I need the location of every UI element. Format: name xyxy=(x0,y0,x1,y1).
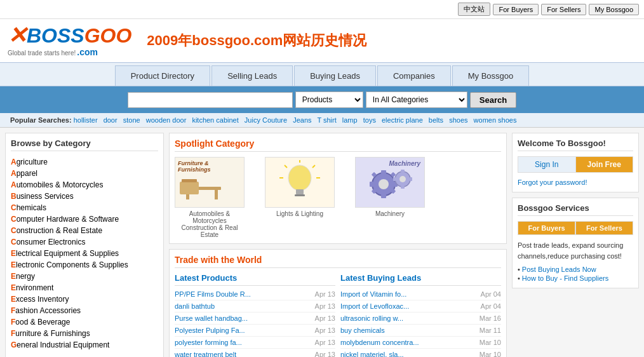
search-input[interactable] xyxy=(128,92,293,108)
buying-lead-1[interactable]: Import of Levofloxac... Apr 04 xyxy=(340,300,501,313)
svg-rect-2 xyxy=(215,190,218,199)
spotlight-items: Furniture &Furnishings Automobiles xyxy=(175,157,501,238)
search-term-juicy-couture[interactable]: Juicy Couture xyxy=(245,116,287,124)
search-term-belts[interactable]: belts xyxy=(429,116,443,124)
auth-tabs: Sign In Join Free xyxy=(518,156,633,173)
all-categories-select[interactable]: In All Categories Agriculture Apparel xyxy=(366,91,467,108)
sidebar-item-agriculture[interactable]: Agriculture xyxy=(11,156,158,168)
sidebar-item-excess-inventory[interactable]: Excess Inventory xyxy=(11,293,158,305)
spotlight-lights-label: Lights & Lighting xyxy=(276,210,323,217)
buying-lead-3[interactable]: buy chemicals Mar 11 xyxy=(340,325,501,337)
service-for-sellers-tab[interactable]: For Sellers xyxy=(575,221,633,235)
sidebar-item-business-services[interactable]: Business Services xyxy=(11,191,158,202)
search-term-lamp[interactable]: lamp xyxy=(342,116,358,124)
search-term-tshirt[interactable]: T shirt xyxy=(317,116,336,124)
header-slogan: 2009年bossgoo.com网站历史情况 xyxy=(147,31,366,50)
forgot-password-link[interactable]: Forgot your password! xyxy=(518,178,587,186)
post-buying-leads-link[interactable]: Post Buying Leads Now xyxy=(518,265,633,274)
buying-lead-date-3: Mar 11 xyxy=(480,327,501,334)
buying-lead-date-2: Mar 16 xyxy=(480,314,501,322)
sidebar-item-energy[interactable]: Energy xyxy=(11,271,158,282)
trade-product-1[interactable]: danli bathtub Apr 13 xyxy=(175,300,335,313)
svg-line-9 xyxy=(312,165,315,168)
furniture-container: Furniture &Furnishings xyxy=(175,158,244,207)
trade-box: Trade with the World Latest Products PP/… xyxy=(169,249,507,357)
svg-rect-15 xyxy=(381,170,386,174)
spotlight-item-machinery[interactable]: Machinery xyxy=(355,157,425,238)
search-term-wooden-door[interactable]: wooden door xyxy=(146,116,187,124)
logo-area[interactable]: ✕ BOSSGOO Global trade starts here! .com xyxy=(8,24,131,57)
tab-selling-leads[interactable]: Selling Leads xyxy=(211,65,293,86)
trade-product-5[interactable]: water treatment belt Apr 13 xyxy=(175,349,335,357)
sidebar-item-construction[interactable]: Construction & Real Estate xyxy=(11,225,158,236)
trade-product-4[interactable]: polyester forming fa... Apr 13 xyxy=(175,337,335,349)
spotlight-furniture-img: Furniture &Furnishings xyxy=(175,157,245,208)
search-term-hollister[interactable]: hollister xyxy=(74,116,98,124)
search-term-women-shoes[interactable]: women shoes xyxy=(474,116,517,124)
join-free-tab[interactable]: Join Free xyxy=(575,156,634,173)
buying-lead-2[interactable]: ultrasonic rolling w... Mar 16 xyxy=(340,313,501,325)
services-box: Bossgoo Services For Buyers For Sellers … xyxy=(512,198,639,288)
buying-lead-5[interactable]: nickel materiel, sla... Mar 10 xyxy=(340,349,501,357)
service-for-buyers-tab[interactable]: For Buyers xyxy=(518,221,575,235)
trade-product-2[interactable]: Purse wallet handbag... Apr 13 xyxy=(175,313,335,325)
latest-buying-header: Latest Buying Leads xyxy=(340,273,501,286)
main-layout: Browse by Category Agriculture Apparel A… xyxy=(0,128,644,357)
search-term-toys[interactable]: toys xyxy=(363,116,376,124)
sidebar-item-environment[interactable]: Environment xyxy=(11,282,158,293)
tab-buying-leads[interactable]: Buying Leads xyxy=(294,65,376,86)
buying-lead-date-1: Apr 04 xyxy=(481,302,501,310)
how-to-buy-link[interactable]: How to Buy - Find Suppliers xyxy=(518,274,633,283)
sign-in-tab[interactable]: Sign In xyxy=(518,156,575,173)
my-bossgoo-button[interactable]: My Bossgoo xyxy=(589,4,639,15)
svg-point-5 xyxy=(288,165,311,191)
sidebar-item-general-industrial[interactable]: General Industrial Equipment xyxy=(11,339,158,351)
sidebar-item-electronic-components[interactable]: Electronic Components & Supplies xyxy=(11,259,158,271)
search-term-stone[interactable]: stone xyxy=(123,116,140,124)
buying-lead-0[interactable]: Import of Vitamin fo... Apr 04 xyxy=(340,288,501,300)
sidebar-item-food[interactable]: Food & Beverage xyxy=(11,316,158,328)
sidebar-item-chemicals[interactable]: Chemicals xyxy=(11,202,158,213)
sidebar-item-fashion[interactable]: Fashion Accessories xyxy=(11,305,158,316)
sidebar-item-consumer-electronics[interactable]: Consumer Electronics xyxy=(11,236,158,248)
latest-buying-col: Latest Buying Leads Import of Vitamin fo… xyxy=(340,273,501,357)
logo[interactable]: ✕ BOSSGOO xyxy=(8,24,131,47)
trade-title: Trade with the World xyxy=(175,255,501,268)
spotlight-machinery-label: Machinery xyxy=(375,210,405,217)
trade-product-date-0: Apr 13 xyxy=(315,290,335,298)
buying-lead-4[interactable]: molybdenum concentra... Mar 10 xyxy=(340,337,501,349)
logo-com: .com xyxy=(77,47,98,57)
trade-product-date-2: Apr 13 xyxy=(315,314,335,322)
sidebar-title: Browse by Category xyxy=(11,138,158,151)
search-term-electric-plane[interactable]: electric plane xyxy=(382,116,423,124)
sidebar-item-apparel[interactable]: Apparel xyxy=(11,168,158,179)
spotlight-item-furniture[interactable]: Furniture &Furnishings Automobiles xyxy=(175,157,245,238)
sidebar-item-furniture[interactable]: Furniture & Furnishings xyxy=(11,328,158,339)
tab-my-bossgoo[interactable]: My Bossgoo xyxy=(452,65,530,86)
chinese-site-button[interactable]: 中文站 xyxy=(458,3,490,16)
for-sellers-button[interactable]: For Sellers xyxy=(541,4,586,15)
svg-rect-7 xyxy=(295,194,305,196)
search-term-kitchen-cabinet[interactable]: kitchen cabinet xyxy=(192,116,238,124)
spotlight-item-lights[interactable]: Lights & Lighting xyxy=(265,157,335,238)
furniture-svg xyxy=(177,174,227,203)
category-select[interactable]: Products Suppliers Buying Leads xyxy=(295,91,363,108)
search-term-jeans[interactable]: Jeans xyxy=(293,116,311,124)
popular-searches: Popular Searches: hollister door stone w… xyxy=(0,113,644,128)
tab-companies[interactable]: Companies xyxy=(377,65,451,86)
trade-product-date-3: Apr 13 xyxy=(315,327,335,334)
search-term-shoes[interactable]: shoes xyxy=(449,116,467,124)
search-term-door[interactable]: door xyxy=(104,116,117,124)
sidebar-item-automobiles[interactable]: Automobiles & Motorcycles xyxy=(11,179,158,191)
search-button[interactable]: Search xyxy=(470,92,516,108)
trade-columns: Latest Products PP/PE Films Double R... … xyxy=(175,273,501,357)
trade-product-0[interactable]: PP/PE Films Double R... Apr 13 xyxy=(175,288,335,300)
sidebar-item-computer-hardware[interactable]: Computer Hardware & Software xyxy=(11,213,158,225)
trade-product-3[interactable]: Polyester Pulping Fa... Apr 13 xyxy=(175,325,335,337)
for-buyers-button[interactable]: For Buyers xyxy=(493,4,539,15)
svg-line-10 xyxy=(285,165,287,168)
buying-lead-name-5: nickel materiel, sla... xyxy=(340,351,404,357)
tab-product-directory[interactable]: Product Directory xyxy=(115,65,210,86)
svg-rect-17 xyxy=(370,182,373,187)
sidebar-item-electrical[interactable]: Electrical Equipment & Supplies xyxy=(11,248,158,259)
